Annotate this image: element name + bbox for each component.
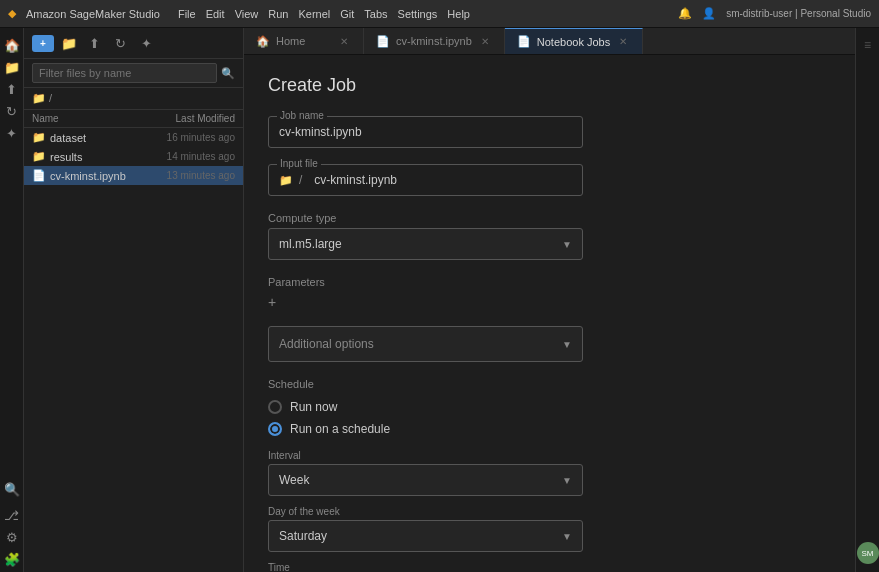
- chevron-down-icon: ▼: [562, 239, 572, 250]
- new-item-button[interactable]: +: [32, 35, 54, 52]
- list-item[interactable]: 📄cv-kminst.ipynb 13 minutes ago: [24, 166, 243, 185]
- avatar[interactable]: SM: [857, 542, 879, 564]
- search-icon: 🔍: [221, 67, 235, 80]
- list-item[interactable]: 📁dataset 16 minutes ago: [24, 128, 243, 147]
- folder-icon: 📁: [279, 174, 293, 187]
- folder-icon: 📁: [32, 131, 46, 144]
- list-item[interactable]: 📁results 14 minutes ago: [24, 147, 243, 166]
- run-now-radio[interactable]: Run now: [268, 400, 831, 414]
- day-of-week-value: Saturday: [279, 529, 327, 543]
- menu-tabs[interactable]: Tabs: [364, 8, 387, 20]
- menu-view[interactable]: View: [235, 8, 259, 20]
- tab-close-jobs[interactable]: ✕: [616, 36, 630, 47]
- tab-cv-kminst[interactable]: 📄 cv-kminst.ipynb ✕: [364, 28, 505, 54]
- run-now-label: Run now: [290, 400, 337, 414]
- input-file-path: /: [299, 173, 302, 187]
- run-on-schedule-label: Run on a schedule: [290, 422, 390, 436]
- day-of-week-select[interactable]: Saturday ▼: [268, 520, 583, 552]
- menu-help[interactable]: Help: [447, 8, 470, 20]
- search-nav-icon[interactable]: 🔍: [3, 480, 21, 498]
- left-icon-bar: 🏠 📁 ⬆ ↻ ✦ 🔍 ⎇ ⚙ 🧩: [0, 28, 24, 572]
- chevron-down-icon: ▼: [562, 475, 572, 486]
- additional-options-label: Additional options: [279, 337, 374, 351]
- run-now-radio-circle: [268, 400, 282, 414]
- name-column-header: Name: [32, 113, 176, 124]
- run-on-schedule-radio-circle: [268, 422, 282, 436]
- menu-file[interactable]: File: [178, 8, 196, 20]
- refresh-button[interactable]: ↻: [110, 32, 132, 54]
- home-tab-icon: 🏠: [256, 35, 270, 48]
- menu-kernel[interactable]: Kernel: [298, 8, 330, 20]
- home-nav-icon[interactable]: 🏠: [3, 36, 21, 54]
- app-title: Amazon SageMaker Studio: [26, 8, 160, 20]
- new-folder-button[interactable]: 📁: [58, 32, 80, 54]
- interval-value: Week: [279, 473, 309, 487]
- tab-home[interactable]: 🏠 Home ✕: [244, 28, 364, 54]
- files-nav-icon[interactable]: 📁: [3, 58, 21, 76]
- input-file-field: Input file 📁 / cv-kminst.ipynb: [268, 164, 583, 196]
- compute-type-value: ml.m5.large: [279, 237, 342, 251]
- input-file-value: cv-kminst.ipynb: [314, 173, 397, 187]
- schedule-section-label: Schedule: [268, 378, 831, 390]
- job-name-input[interactable]: [279, 125, 572, 139]
- day-of-week-label: Day of the week: [268, 506, 583, 517]
- settings-nav-icon[interactable]: ⚙: [3, 528, 21, 546]
- extensions-nav-icon[interactable]: 🧩: [3, 550, 21, 568]
- tab-notebook-jobs[interactable]: 📄 Notebook Jobs ✕: [505, 28, 643, 54]
- compute-type-label: Compute type: [268, 212, 583, 224]
- upload-button[interactable]: ⬆: [84, 32, 106, 54]
- job-name-label: Job name: [277, 110, 327, 121]
- parameters-label: Parameters: [268, 276, 831, 288]
- menu-git[interactable]: Git: [340, 8, 354, 20]
- git-nav-icon[interactable]: ⎇: [3, 506, 21, 524]
- menu-settings[interactable]: Settings: [398, 8, 438, 20]
- upload-nav-icon[interactable]: ⬆: [3, 80, 21, 98]
- add-parameter-button[interactable]: +: [268, 294, 831, 310]
- notebook-tab-icon: 📄: [376, 35, 390, 48]
- user-label: sm-distrib-user | Personal Studio: [726, 8, 871, 19]
- interval-label: Interval: [268, 450, 583, 461]
- compute-type-select[interactable]: ml.m5.large ▼: [268, 228, 583, 260]
- more-nav-icon[interactable]: ✦: [3, 124, 21, 142]
- right-edge-icon: ≡: [859, 36, 877, 54]
- notebook-icon: 📄: [32, 169, 46, 182]
- tab-close-home[interactable]: ✕: [337, 36, 351, 47]
- plus-icon: +: [268, 294, 276, 310]
- chevron-down-icon: ▼: [562, 531, 572, 542]
- menu-edit[interactable]: Edit: [206, 8, 225, 20]
- tab-close-cv[interactable]: ✕: [478, 36, 492, 47]
- jobs-tab-icon: 📄: [517, 35, 531, 48]
- page-title: Create Job: [268, 75, 831, 96]
- chevron-down-icon: ▼: [562, 339, 572, 350]
- notification-icon[interactable]: 🔔: [678, 7, 692, 20]
- input-file-label: Input file: [277, 158, 321, 169]
- menu-run[interactable]: Run: [268, 8, 288, 20]
- search-input[interactable]: [32, 63, 217, 83]
- git-button[interactable]: ✦: [136, 32, 158, 54]
- interval-select[interactable]: Week ▼: [268, 464, 583, 496]
- app-logo-icon: ◆: [8, 7, 16, 20]
- additional-options-toggle[interactable]: Additional options ▼: [268, 326, 583, 362]
- path-label: 📁 /: [32, 92, 52, 104]
- time-label: Time: [268, 562, 583, 572]
- plus-icon: +: [40, 38, 46, 49]
- user-icon: 👤: [702, 7, 716, 20]
- run-on-schedule-radio[interactable]: Run on a schedule: [268, 422, 831, 436]
- modified-column-header: Last Modified: [176, 113, 235, 124]
- job-name-field: Job name: [268, 116, 583, 148]
- folder-icon: 📁: [32, 150, 46, 163]
- refresh-nav-icon[interactable]: ↻: [3, 102, 21, 120]
